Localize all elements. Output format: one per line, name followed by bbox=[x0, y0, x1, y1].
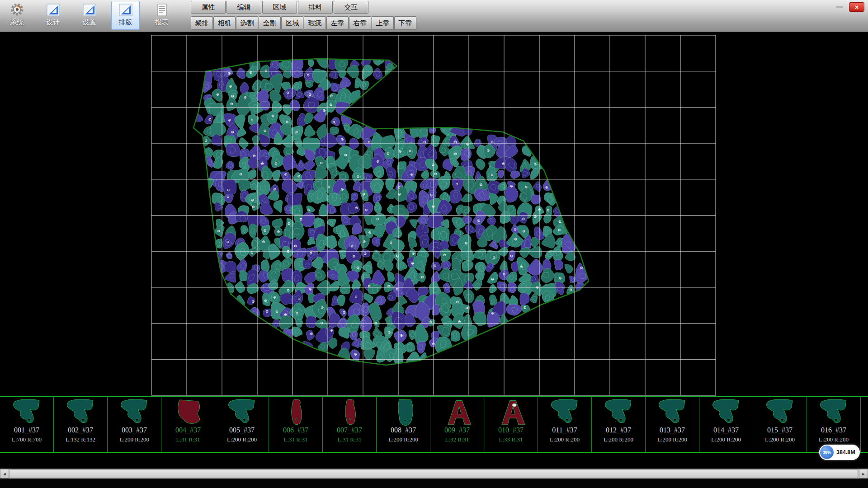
nested-piece[interactable] bbox=[302, 260, 312, 269]
pattern-piece-shape bbox=[121, 399, 147, 422]
pattern-id: 013_#37 bbox=[646, 426, 699, 434]
pattern-piece-shape bbox=[398, 399, 413, 425]
pattern-thumbnail-006_#37[interactable]: 006_#37L:31 R:31 bbox=[269, 397, 323, 452]
menu-interact-button[interactable]: 交互 bbox=[334, 1, 368, 14]
nav-layout[interactable]: 排版 bbox=[111, 1, 140, 30]
menu-edit-button[interactable]: 编辑 bbox=[226, 1, 261, 14]
pattern-lr-count: L:31 R:31 bbox=[269, 436, 322, 443]
pattern-lr-count: L:200 R:200 bbox=[753, 436, 807, 443]
pattern-thumbnail-011_#37[interactable]: 011_#37L:200 R:200 bbox=[538, 397, 592, 452]
pattern-id: 016_#37 bbox=[807, 426, 860, 434]
menu-row-tools: 聚排相机选割全割区域瑕疵左靠右靠上靠下靠 bbox=[191, 16, 416, 30]
layout-ruler-icon bbox=[118, 2, 133, 18]
gear-icon bbox=[9, 2, 25, 18]
pattern-thumbnail-002_#37[interactable]: 002_#37L:132 R:132 bbox=[54, 397, 108, 452]
pattern-piece-shape bbox=[292, 399, 302, 425]
nested-piece[interactable] bbox=[420, 235, 429, 248]
pattern-piece-shape bbox=[14, 399, 39, 422]
pattern-strip: 001_#37L:700 R:700002_#37L:132 R:132003_… bbox=[0, 396, 868, 453]
pattern-thumbnail-012_#37[interactable]: 012_#37L:200 R:200 bbox=[592, 397, 646, 452]
pattern-thumbnail-007_#37[interactable]: 007_#37L:31 R:31 bbox=[323, 397, 377, 452]
nested-piece[interactable] bbox=[451, 330, 460, 341]
pattern-piece-shape bbox=[605, 399, 631, 422]
nav-settings[interactable]: 设置 bbox=[75, 1, 104, 30]
nav-label: 系统 bbox=[3, 18, 31, 27]
nav-report[interactable]: 报表 bbox=[147, 1, 176, 30]
tool-align-right-button[interactable]: 右靠 bbox=[349, 16, 371, 30]
scroll-right-arrow[interactable]: ► bbox=[859, 469, 868, 479]
pattern-thumbnail-009_#37[interactable]: 009_#37L:32 R:31 bbox=[430, 397, 484, 452]
pattern-id: 007_#37 bbox=[323, 426, 376, 434]
pattern-id: 008_#37 bbox=[377, 426, 430, 434]
pattern-lr-count: L:33 R:31 bbox=[484, 436, 538, 443]
nav-label: 报表 bbox=[148, 18, 175, 27]
minimize-button[interactable]: — bbox=[834, 2, 845, 11]
pattern-thumbnail-003_#37[interactable]: 003_#37L:200 R:200 bbox=[108, 397, 161, 452]
pattern-thumbnail-014_#37[interactable]: 014_#37L:200 R:200 bbox=[699, 397, 753, 452]
pattern-id: 011_#37 bbox=[538, 426, 591, 434]
nav-design[interactable]: 设计 bbox=[39, 1, 67, 30]
pattern-piece-shape bbox=[821, 399, 846, 422]
pattern-piece-shape bbox=[178, 400, 200, 423]
pattern-piece-shape bbox=[713, 399, 739, 422]
nav-label: 排版 bbox=[112, 18, 139, 27]
toolbar: 系统设计设置排版报表 属性编辑区域排料交互 聚排相机选割全割区域瑕疵左靠右靠上靠… bbox=[0, 0, 868, 32]
tool-camera-button[interactable]: 相机 bbox=[213, 16, 236, 30]
tool-align-bottom-button[interactable]: 下靠 bbox=[394, 16, 416, 30]
pattern-id: 010_#37 bbox=[484, 426, 538, 434]
pattern-lr-count: L:200 R:200 bbox=[538, 436, 591, 443]
pattern-thumbnail-010_#37[interactable]: 010_#37L:33 R:31 bbox=[484, 397, 538, 452]
progress-circle: 38% bbox=[820, 446, 834, 459]
nested-piece[interactable] bbox=[361, 249, 370, 257]
footer-area bbox=[0, 479, 868, 488]
pattern-thumbnail-004_#37[interactable]: 004_#37L:31 R:31 bbox=[161, 397, 215, 452]
pattern-lr-count: L:200 R:200 bbox=[592, 436, 645, 443]
pattern-piece-shape bbox=[448, 400, 471, 424]
pattern-piece-shape bbox=[345, 399, 356, 425]
nesting-canvas[interactable] bbox=[0, 32, 868, 396]
nav-system[interactable]: 系统 bbox=[3, 1, 31, 30]
menu-properties-button[interactable]: 属性 bbox=[191, 1, 226, 14]
nested-piece[interactable] bbox=[260, 101, 269, 110]
nested-piece[interactable] bbox=[308, 59, 314, 67]
nested-piece[interactable] bbox=[241, 225, 248, 234]
menu-nesting-button[interactable]: 排料 bbox=[298, 1, 333, 14]
pattern-thumbnail-001_#37[interactable]: 001_#37L:700 R:700 bbox=[0, 397, 54, 452]
pattern-lr-count: L:31 R:31 bbox=[323, 436, 376, 443]
pattern-id: 015_#37 bbox=[753, 426, 807, 434]
scroll-left-arrow[interactable]: ◄ bbox=[0, 469, 9, 479]
pattern-thumbnail-015_#37[interactable]: 015_#37L:200 R:200 bbox=[753, 397, 807, 452]
tool-zone-button[interactable]: 区域 bbox=[281, 16, 303, 30]
menu-row-top: 属性编辑区域排料交互 bbox=[191, 1, 368, 14]
pattern-id: 012_#37 bbox=[592, 426, 645, 434]
tool-cluster-nest-button[interactable]: 聚排 bbox=[191, 16, 213, 30]
nested-piece[interactable] bbox=[305, 80, 313, 88]
pattern-thumbnail-013_#37[interactable]: 013_#37L:200 R:200 bbox=[646, 397, 699, 452]
pattern-lr-count: L:200 R:200 bbox=[807, 436, 860, 443]
pattern-lr-count: L:31 R:31 bbox=[161, 436, 215, 443]
pattern-lr-count: L:200 R:200 bbox=[646, 436, 699, 443]
horizontal-scrollbar[interactable]: ◄ ► bbox=[0, 469, 868, 479]
nested-piece[interactable] bbox=[432, 304, 440, 315]
tool-align-top-button[interactable]: 上靠 bbox=[372, 16, 394, 30]
pattern-thumbnail-008_#37[interactable]: 008_#37L:200 R:200 bbox=[377, 397, 430, 452]
pattern-lr-count: L:200 R:200 bbox=[108, 436, 161, 443]
nested-piece[interactable] bbox=[226, 143, 241, 157]
tool-align-left-button[interactable]: 左靠 bbox=[326, 16, 349, 30]
close-button[interactable]: × bbox=[849, 2, 864, 12]
settings-ruler-icon bbox=[82, 2, 97, 18]
menu-region-button[interactable]: 区域 bbox=[262, 1, 297, 14]
nav-label: 设置 bbox=[75, 18, 103, 27]
tool-defect-button[interactable]: 瑕疵 bbox=[304, 16, 326, 30]
scroll-thumb[interactable] bbox=[9, 469, 858, 478]
nested-piece[interactable] bbox=[306, 316, 316, 328]
tool-select-cut-button[interactable]: 选割 bbox=[236, 16, 258, 30]
memory-value: 384.8M bbox=[836, 449, 855, 455]
tool-cut-all-button[interactable]: 全割 bbox=[259, 16, 281, 30]
pattern-thumbnail-016_#37[interactable]: 016_#37L:200 R:200 bbox=[807, 397, 861, 452]
pattern-piece-shape bbox=[67, 399, 93, 422]
pattern-id: 005_#37 bbox=[215, 426, 269, 434]
nested-piece[interactable] bbox=[385, 147, 395, 160]
pattern-thumbnail-005_#37[interactable]: 005_#37L:200 R:200 bbox=[215, 397, 269, 452]
pattern-lr-count: L:200 R:200 bbox=[699, 436, 753, 443]
